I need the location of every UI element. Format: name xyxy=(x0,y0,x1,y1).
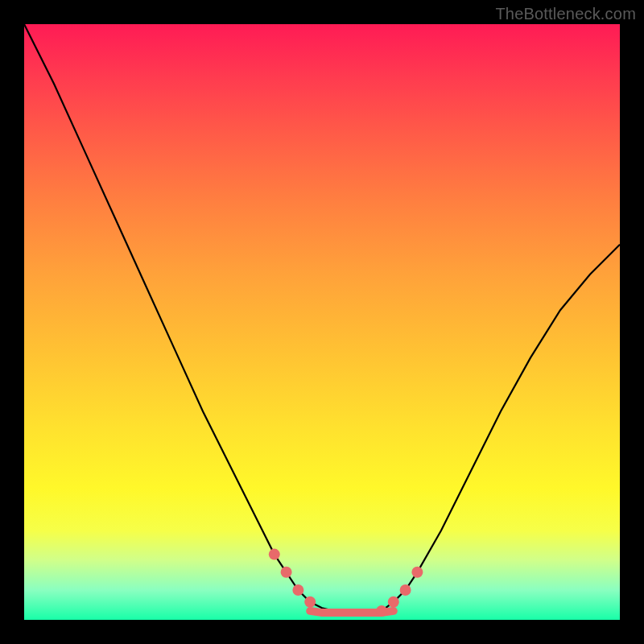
watermark-text: TheBottleneck.com xyxy=(495,5,636,23)
dot xyxy=(376,605,387,617)
dot xyxy=(388,597,399,608)
chart-frame: TheBottleneck.com xyxy=(0,0,644,644)
left-curve-path xyxy=(24,24,334,611)
series-right-curve xyxy=(382,245,620,611)
series-corner-dots-right xyxy=(376,567,423,617)
chart-svg xyxy=(24,24,620,620)
dot xyxy=(269,549,280,560)
plot-area xyxy=(24,24,620,620)
dot xyxy=(411,567,423,578)
series-corner-dots-left xyxy=(269,549,316,608)
dot xyxy=(292,584,303,596)
right-curve-path xyxy=(382,245,620,611)
dot xyxy=(400,584,411,596)
dot xyxy=(304,597,316,608)
series-left-curve xyxy=(24,24,334,611)
dot xyxy=(281,567,292,578)
